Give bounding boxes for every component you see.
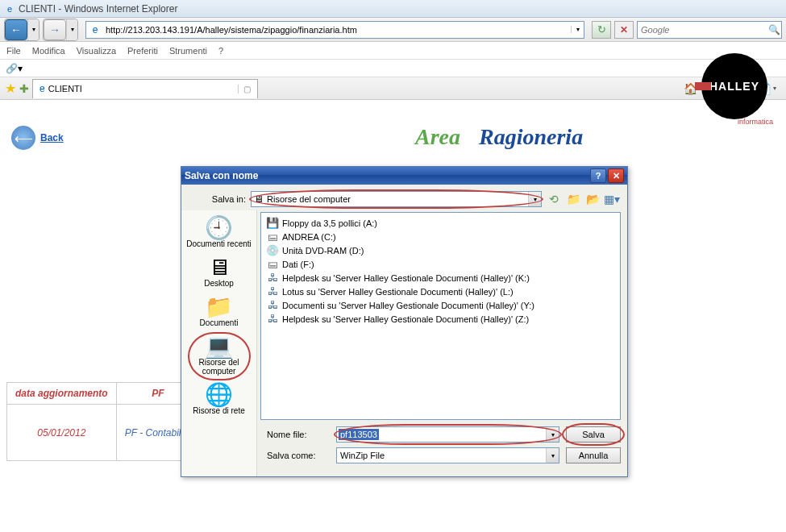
halley-sub: informatica: [701, 118, 778, 126]
dialog-body: 🕘 Documenti recenti 🖥 Desktop 📁 Document…: [181, 210, 627, 476]
stop-button[interactable]: ✕: [614, 21, 634, 39]
nav-fwd-group: → ▾: [43, 19, 78, 41]
dvd-icon: 💿: [266, 244, 279, 256]
dialog-titlebar[interactable]: Salva con nome ? ✕: [181, 167, 627, 185]
place-documents[interactable]: 📁 Documenti: [185, 293, 254, 330]
hdd-icon: 🖴: [266, 231, 279, 243]
forward-button[interactable]: →: [44, 19, 66, 40]
tabbar-left: ★ ✚ e CLIENTI ▢: [5, 79, 258, 98]
search-input[interactable]: [638, 23, 767, 36]
savetype-row: Salva come: WinZip File ▾ Annulla: [264, 447, 621, 463]
savetype-combo[interactable]: WinZip File ▾: [336, 447, 559, 463]
savetype-value: WinZip File: [337, 449, 546, 462]
list-item[interactable]: 💿Unità DVD-RAM (D:): [264, 243, 617, 257]
page-content: ⟵ Back Area Ragioneria data aggiornament…: [0, 100, 786, 134]
place-network[interactable]: 🌐 Risorse di rete: [185, 380, 254, 418]
nav-toolbar: ← ▾ → ▾ e ▾ ↻ ✕ 🔍: [0, 18, 786, 42]
netdrive-icon: 🖧: [266, 299, 279, 311]
add-favorite-icon[interactable]: ✚: [19, 82, 29, 95]
cancel-button[interactable]: Annulla: [566, 447, 621, 463]
list-item[interactable]: 🖴ANDREA (C:): [264, 230, 617, 243]
filename-combo[interactable]: pf113503 ▾: [336, 426, 559, 443]
list-item[interactable]: 🖧Lotus su 'Server Halley Gestionale Docu…: [264, 285, 617, 298]
dialog-help-button[interactable]: ?: [590, 168, 606, 183]
menu-file[interactable]: File: [6, 46, 21, 56]
computer-icon: 🖥: [254, 193, 264, 205]
documents-icon: 📁: [186, 296, 252, 318]
view-menu-icon[interactable]: ▦▾: [605, 192, 619, 206]
save-in-select[interactable]: 🖥 Risorse del computer ▾: [251, 191, 542, 207]
links-icon[interactable]: 🔗▾: [6, 62, 21, 75]
halley-circle: HALLEY: [701, 53, 767, 119]
refresh-button[interactable]: ↻: [592, 21, 611, 39]
save-in-row: Salva in: 🖥 Risorse del computer ▾ ⟲ 📁 📂…: [181, 185, 627, 210]
menu-edit[interactable]: Modifica: [32, 46, 65, 56]
window-title: CLIENTI - Windows Internet Explorer: [19, 3, 177, 15]
list-item[interactable]: 💾Floppy da 3,5 pollici (A:): [264, 216, 617, 230]
favorites-icon[interactable]: ★: [5, 81, 16, 96]
tab-title: CLIENTI: [48, 84, 82, 94]
search-icon[interactable]: 🔍: [767, 24, 781, 35]
computer-place-icon: 💻: [186, 335, 252, 358]
filename-value: pf113503: [339, 429, 379, 440]
filename-label: Nome file:: [264, 430, 330, 439]
page-icon: e: [89, 24, 102, 35]
dialog-close-button[interactable]: ✕: [608, 168, 624, 183]
place-recent[interactable]: 🕘 Documenti recenti: [185, 214, 254, 251]
filename-row: Nome file: pf113503 ▾ Salva: [264, 426, 621, 443]
menu-view[interactable]: Visualizza: [77, 46, 116, 56]
new-tab-button[interactable]: ▢: [238, 85, 251, 94]
dialog-bottom: Nome file: pf113503 ▾ Salva Salva come:: [257, 422, 627, 476]
address-dropdown[interactable]: ▾: [571, 26, 584, 33]
list-item[interactable]: 🖧Documenti su 'Server Halley Gestionale …: [264, 298, 617, 312]
netdrive-icon: 🖧: [266, 313, 279, 325]
tab-clienti[interactable]: e CLIENTI ▢: [32, 79, 258, 98]
nav-back-group: ← ▾: [4, 19, 40, 41]
address-input[interactable]: [104, 23, 571, 36]
netdrive-icon: 🖧: [266, 272, 279, 284]
ie-icon: e: [4, 3, 15, 15]
network-icon: 🌐: [186, 384, 252, 406]
menu-tools[interactable]: Strumenti: [169, 46, 207, 56]
save-button[interactable]: Salva: [566, 426, 621, 443]
floppy-icon: 💾: [266, 217, 279, 229]
place-desktop[interactable]: 🖥 Desktop: [185, 253, 254, 291]
place-computer[interactable]: 💻 Risorse del computer: [185, 332, 254, 379]
back-dropdown[interactable]: ▾: [27, 19, 39, 40]
heading-area: Area: [415, 124, 460, 149]
back-circle-icon[interactable]: ⟵: [11, 126, 35, 150]
save-in-label: Salva in:: [189, 194, 246, 204]
netdrive-icon: 🖧: [266, 285, 279, 297]
tab-page-icon: e: [40, 83, 45, 94]
filename-dropdown[interactable]: ▾: [546, 427, 559, 442]
savetype-dropdown[interactable]: ▾: [546, 448, 559, 463]
file-list[interactable]: 💾Floppy da 3,5 pollici (A:) 🖴ANDREA (C:)…: [260, 212, 621, 420]
save-in-value: Risorse del computer: [267, 194, 351, 204]
list-item[interactable]: 🖴Dati (F:): [264, 257, 617, 271]
list-item[interactable]: 🖧Helpdesk su 'Server Halley Gestionale D…: [264, 312, 617, 326]
tab-bar: ★ ✚ e CLIENTI ▢ 🏠▾ ▦▾ 🖶▾ 📄▾: [0, 77, 786, 100]
halley-logo: HALLEY informatica: [701, 53, 778, 126]
save-in-dropdown[interactable]: ▾: [528, 192, 541, 206]
go-back-icon[interactable]: ⟲: [547, 192, 561, 206]
places-bar: 🕘 Documenti recenti 🖥 Desktop 📁 Document…: [181, 210, 257, 476]
save-as-dialog: Salva con nome ? ✕ Salva in: 🖥 Risorse d…: [181, 166, 628, 477]
savetype-label: Salva come:: [264, 451, 330, 460]
th-date: data aggiornamento: [7, 383, 117, 405]
heading-section: Ragioneria: [479, 124, 583, 149]
menu-favorites[interactable]: Preferiti: [127, 46, 158, 56]
list-item[interactable]: 🖧Helpdesk su 'Server Halley Gestionale D…: [264, 271, 617, 285]
hdd-icon: 🖴: [266, 258, 279, 270]
back-button[interactable]: ←: [5, 19, 27, 40]
cell-date: 05/01/2012: [7, 405, 117, 461]
new-folder-icon[interactable]: 📂: [585, 192, 600, 206]
dialog-title: Salva con nome: [185, 170, 258, 181]
back-link[interactable]: Back: [40, 132, 64, 143]
desktop-icon: 🖥: [186, 256, 252, 279]
menu-bar: File Modifica Visualizza Preferiti Strum…: [0, 42, 786, 60]
address-bar: e ▾: [85, 21, 584, 39]
forward-dropdown[interactable]: ▾: [66, 19, 77, 40]
menu-help[interactable]: ?: [218, 46, 223, 56]
page-heading: Area Ragioneria: [415, 124, 583, 150]
up-folder-icon[interactable]: 📁: [566, 192, 580, 206]
